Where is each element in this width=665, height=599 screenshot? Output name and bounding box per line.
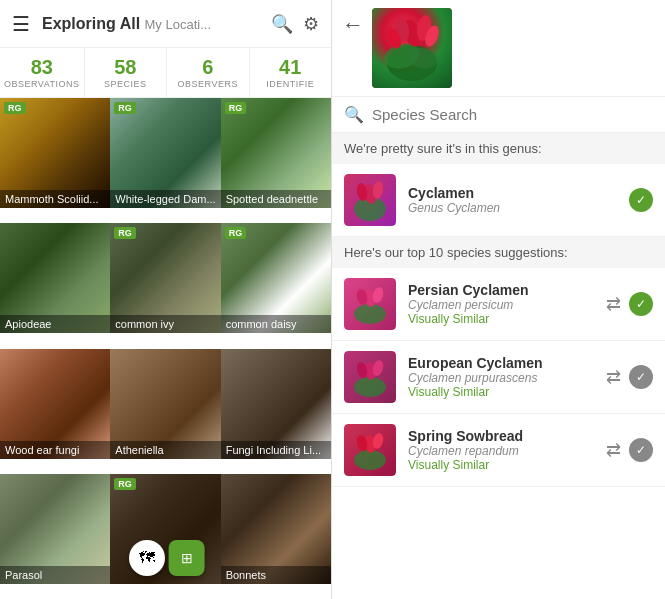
suggestion-sci-3: Cyclamen repandum	[408, 444, 606, 458]
grid-button[interactable]: ⊞	[169, 540, 205, 576]
grid-item-9[interactable]: Fungi Including Li...	[221, 349, 331, 459]
grid-item-5[interactable]: RG common ivy	[110, 223, 220, 333]
genus-item[interactable]: Cyclamen Genus Cyclamen ✓	[332, 164, 665, 237]
swap-icon-3[interactable]: ⇄	[606, 439, 621, 461]
genus-thumb	[344, 174, 396, 226]
suggestion-name-1: Persian Cyclamen	[408, 282, 606, 298]
title-text: Exploring All	[42, 15, 140, 32]
suggestions-section-header: Here's our top 10 species suggestions:	[332, 237, 665, 268]
rg-badge: RG	[225, 102, 247, 114]
svg-point-20	[354, 450, 386, 470]
filter-icon[interactable]: ⚙	[303, 13, 319, 35]
grid-label: Spotted deadnettle	[221, 190, 331, 208]
grid-label: Bonnets	[221, 566, 331, 584]
rg-badge: RG	[114, 478, 136, 490]
rg-badge: RG	[114, 227, 136, 239]
back-arrow-icon[interactable]: ←	[342, 12, 364, 38]
suggestion-sci-2: Cyclamen purpurascens	[408, 371, 606, 385]
suggestion-similar-1: Visually Similar	[408, 312, 606, 326]
suggestion-name-2: European Cyclamen	[408, 355, 606, 371]
rg-badge: RG	[225, 227, 247, 239]
genus-info: Cyclamen Genus Cyclamen	[408, 185, 629, 215]
left-panel: ☰ Exploring All My Locati... 🔍 ⚙ 83 OBSE…	[0, 0, 332, 599]
grid-item-12[interactable]: Bonnets	[221, 474, 331, 584]
grid-item-7[interactable]: Wood ear fungi	[0, 349, 110, 459]
grid-label: Fungi Including Li...	[221, 441, 331, 459]
grid-item-4[interactable]: Apiodeae	[0, 223, 110, 333]
hamburger-icon[interactable]: ☰	[12, 12, 30, 36]
top-bar: ☰ Exploring All My Locati... 🔍 ⚙	[0, 0, 331, 48]
svg-point-16	[354, 377, 386, 397]
suggestion-item-1[interactable]: Persian Cyclamen Cyclamen persicum Visua…	[332, 268, 665, 341]
genus-check-icon[interactable]: ✓	[629, 188, 653, 212]
suggestion-sci-1: Cyclamen persicum	[408, 298, 606, 312]
grid-item-11[interactable]: RG 🗺 ⊞	[110, 474, 220, 584]
suggestion-thumb-3	[344, 424, 396, 476]
stat-species[interactable]: 58 SPECIES	[85, 48, 167, 97]
search-icon: 🔍	[344, 105, 364, 124]
suggestion-similar-3: Visually Similar	[408, 458, 606, 472]
grid-item-2[interactable]: RG White-legged Dam...	[110, 98, 220, 208]
check-icon-1[interactable]: ✓	[629, 292, 653, 316]
grid-label: Wood ear fungi	[0, 441, 110, 459]
stat-identified[interactable]: 41 IDENTIFIE	[250, 48, 331, 97]
suggestion-info-1: Persian Cyclamen Cyclamen persicum Visua…	[408, 282, 606, 326]
check-icon-2[interactable]: ✓	[629, 365, 653, 389]
suggestion-similar-2: Visually Similar	[408, 385, 606, 399]
rg-badge: RG	[114, 102, 136, 114]
rg-badge: RG	[4, 102, 26, 114]
grid-label: Mammoth Scoliid...	[0, 190, 110, 208]
grid-item-1[interactable]: RG Mammoth Scoliid...	[0, 98, 110, 208]
plant-image	[372, 8, 452, 88]
suggestion-actions-3: ⇄ ✓	[606, 438, 653, 462]
right-panel: ← 🔍 We're pretty sure it's in th	[332, 0, 665, 599]
app-title: Exploring All My Locati...	[42, 15, 261, 33]
suggestion-thumb-2	[344, 351, 396, 403]
suggestion-actions-1: ⇄ ✓	[606, 292, 653, 316]
swap-icon-2[interactable]: ⇄	[606, 366, 621, 388]
right-header: ←	[332, 0, 665, 97]
swap-icon-1[interactable]: ⇄	[606, 293, 621, 315]
genus-sci: Genus Cyclamen	[408, 201, 629, 215]
genus-name: Cyclamen	[408, 185, 629, 201]
grid-label: Parasol	[0, 566, 110, 584]
suggestion-actions-2: ⇄ ✓	[606, 365, 653, 389]
genus-actions: ✓	[629, 188, 653, 212]
suggestion-name-3: Spring Sowbread	[408, 428, 606, 444]
grid-item-6[interactable]: RG common daisy	[221, 223, 331, 333]
grid-label: Apiodeae	[0, 315, 110, 333]
grid-label: White-legged Dam...	[110, 190, 220, 208]
species-search-input[interactable]	[372, 106, 653, 123]
suggestion-item-2[interactable]: European Cyclamen Cyclamen purpurascens …	[332, 341, 665, 414]
search-bar: 🔍	[332, 97, 665, 133]
suggestion-thumb-1	[344, 278, 396, 330]
grid-label: Atheniella	[110, 441, 220, 459]
stats-bar: 83 OBSERVATIONS 58 SPECIES 6 OBSERVERS 4…	[0, 48, 331, 98]
grid-item-3[interactable]: RG Spotted deadnettle	[221, 98, 331, 208]
observations-grid: RG Mammoth Scoliid... RG White-legged Da…	[0, 98, 331, 599]
grid-label: common ivy	[110, 315, 220, 333]
check-icon-3[interactable]: ✓	[629, 438, 653, 462]
grid-item-8[interactable]: Atheniella	[110, 349, 220, 459]
grid-label: common daisy	[221, 315, 331, 333]
stat-observations[interactable]: 83 OBSERVATIONS	[0, 48, 85, 97]
genus-section-header: We're pretty sure it's in this genus:	[332, 133, 665, 164]
suggestion-info-3: Spring Sowbread Cyclamen repandum Visual…	[408, 428, 606, 472]
stat-observers[interactable]: 6 OBSERVERS	[167, 48, 249, 97]
suggestion-info-2: European Cyclamen Cyclamen purpurascens …	[408, 355, 606, 399]
suggestion-item-3[interactable]: Spring Sowbread Cyclamen repandum Visual…	[332, 414, 665, 487]
svg-point-12	[354, 304, 386, 324]
search-icon[interactable]: 🔍	[271, 13, 293, 35]
map-button[interactable]: 🗺	[129, 540, 165, 576]
location-text: My Locati...	[145, 17, 211, 32]
grid-item-10[interactable]: Parasol	[0, 474, 110, 584]
